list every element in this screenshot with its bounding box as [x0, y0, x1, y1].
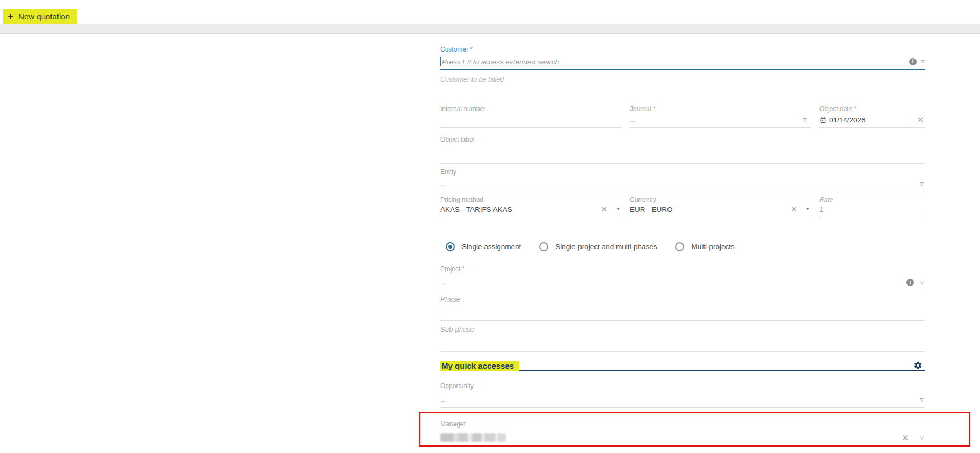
info-icon[interactable]: i: [909, 58, 917, 65]
radio-single-assignment[interactable]: Single assignment: [446, 242, 521, 251]
radio-icon: [446, 242, 455, 251]
quick-accesses-title: My quick accesses: [440, 361, 519, 371]
phase-field[interactable]: Phase: [440, 294, 925, 321]
project-field[interactable]: Project * ... i ▽: [440, 264, 925, 290]
pricing-currency-rate-row: Pricing method AKAS - TARIFS AKAS ✕ ▾ Cu…: [440, 194, 925, 217]
rate-field: Rate 1: [819, 194, 925, 217]
header-divider-band: [0, 24, 980, 34]
customer-input[interactable]: [440, 58, 909, 66]
text-caret: [440, 57, 441, 66]
chevron-down-icon[interactable]: ▽: [803, 118, 807, 122]
chevron-down-icon[interactable]: ▽: [920, 182, 924, 187]
currency-value: EUR - EURO: [630, 206, 673, 214]
new-quotation-button[interactable]: + New quotation: [3, 9, 77, 25]
journal-field[interactable]: Journal * ... ▽: [630, 104, 811, 128]
currency-label: Currency: [630, 196, 811, 203]
chevron-down-icon[interactable]: ▽: [921, 60, 925, 64]
opportunity-field[interactable]: Opportunity ... ▽: [440, 381, 925, 408]
chevron-down-icon[interactable]: ▽: [920, 280, 924, 285]
quotation-form: Customer * i ▽ Customer to be billed Int…: [440, 34, 925, 453]
journal-label: Journal *: [630, 105, 811, 113]
clear-icon[interactable]: ✕: [601, 206, 607, 213]
pricing-method-field[interactable]: Pricing method AKAS - TARIFS AKAS ✕ ▾: [440, 194, 621, 217]
entity-field[interactable]: Entity ... ▽: [440, 166, 925, 192]
radio-multi-projects[interactable]: Multi-projects: [675, 242, 734, 251]
customer-to-be-billed-placeholder: Customer to be billed: [440, 76, 504, 83]
gear-icon[interactable]: [913, 361, 923, 372]
currency-field[interactable]: Currency EUR - EURO ✕ ▾: [630, 194, 811, 217]
object-label-field[interactable]: Object label: [440, 134, 925, 164]
entity-value: ...: [440, 180, 446, 188]
manager-value-redacted: [440, 433, 506, 442]
radio-icon: [539, 242, 548, 251]
customer-field: Customer * i ▽: [440, 44, 925, 70]
rate-label: Rate: [819, 196, 925, 203]
sub-phase-placeholder: Sub-phase: [440, 325, 925, 333]
manager-field[interactable]: Manager ✕ ▽: [440, 419, 925, 445]
quick-accesses-section-header: My quick accesses: [440, 361, 925, 371]
radio-single-project-multi-phases[interactable]: Single-project and multi-phases: [539, 242, 657, 251]
opportunity-value: ...: [440, 396, 446, 404]
clear-icon[interactable]: ✕: [902, 434, 909, 442]
clear-icon[interactable]: ✕: [917, 116, 924, 123]
dropdown-arrow-icon[interactable]: ▾: [617, 207, 619, 211]
plus-icon: +: [8, 11, 13, 21]
number-journal-date-row: Internal number Journal * ... ▽ Object d…: [440, 104, 925, 128]
dropdown-arrow-icon[interactable]: ▾: [807, 207, 809, 211]
object-date-value: 01/14/2026: [829, 116, 866, 124]
entity-label: Entity: [440, 168, 925, 176]
object-date-field[interactable]: Object date * 01/14/2026 ✕: [819, 104, 925, 128]
internal-number-field[interactable]: Internal number: [440, 104, 621, 128]
page: + New quotation Customer * i ▽ Customer …: [0, 0, 980, 453]
internal-number-label: Internal number: [440, 105, 621, 113]
phase-placeholder: Phase: [440, 295, 925, 303]
customer-label: Customer *: [440, 46, 925, 53]
project-value: ...: [440, 279, 446, 286]
clear-icon[interactable]: ✕: [790, 206, 797, 213]
assignment-radio-group: Single assignment Single-project and mul…: [446, 241, 735, 252]
chevron-down-icon[interactable]: ▽: [920, 435, 924, 440]
calendar-icon: [819, 116, 826, 123]
new-quotation-label: New quotation: [18, 12, 70, 21]
pricing-method-label: Pricing method: [440, 196, 621, 203]
radio-label: Multi-projects: [691, 243, 734, 251]
journal-value: ...: [630, 116, 635, 123]
project-label: Project *: [440, 265, 925, 273]
rate-value: 1: [819, 206, 824, 214]
radio-icon: [675, 242, 684, 251]
object-date-label: Object date *: [819, 105, 925, 113]
pricing-method-value: AKAS - TARIFS AKAS: [440, 206, 512, 214]
sub-phase-field[interactable]: Sub-phase: [440, 324, 925, 352]
radio-label: Single-project and multi-phases: [555, 243, 657, 251]
manager-label: Manager: [440, 420, 925, 428]
radio-label: Single assignment: [462, 243, 521, 251]
object-label-label: Object label: [440, 136, 925, 143]
opportunity-label: Opportunity: [440, 382, 925, 390]
info-icon[interactable]: i: [906, 279, 914, 286]
chevron-down-icon[interactable]: ▽: [920, 398, 924, 403]
top-toolbar: + New quotation: [0, 0, 980, 24]
